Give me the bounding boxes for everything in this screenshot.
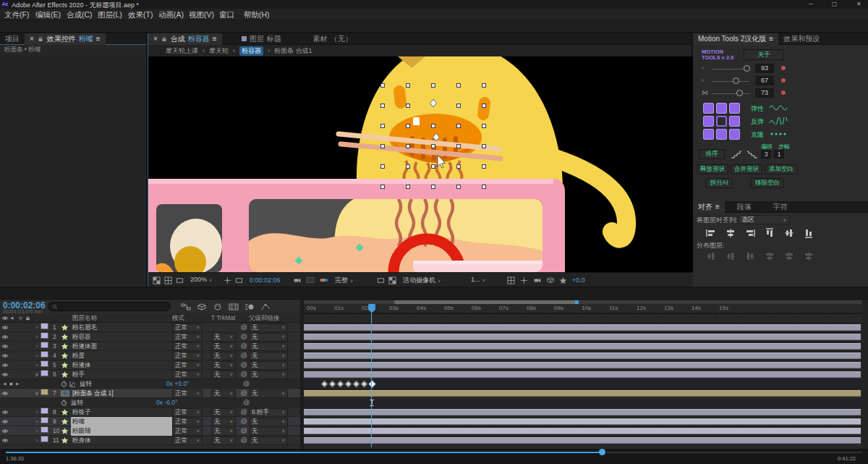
layer-color-swatch[interactable] [41, 323, 48, 329]
layer-row-6[interactable]: ∨ 6 粉手 正常∨ 无∨ @ 无∨ [0, 370, 300, 379]
layer-color-swatch[interactable] [41, 426, 48, 433]
parent-dropdown[interactable]: 无∨ [249, 418, 288, 426]
stair-up-icon[interactable] [731, 150, 742, 159]
pickwhip-icon[interactable]: @ [239, 436, 249, 445]
eye-toggle[interactable] [1, 410, 9, 415]
layer-bar-selected[interactable] [304, 418, 861, 425]
layer-row-1[interactable]: › 1 粉右眉毛 正常∨ @ 无∨ [0, 323, 300, 332]
layer-bar[interactable] [304, 343, 861, 350]
distribute-left-icon[interactable] [765, 252, 775, 261]
layer-bar-selected[interactable] [304, 428, 861, 434]
layer-color-swatch[interactable] [41, 370, 48, 376]
distribute-center-v-icon[interactable] [726, 251, 735, 261]
pickwhip-icon[interactable]: @ [239, 342, 249, 351]
ease-out-slider[interactable] [712, 81, 749, 82]
expand-arrow[interactable]: › [33, 332, 41, 342]
safe-margins-icon[interactable] [224, 277, 231, 284]
viewer-timecode[interactable]: 0:00:02:06 [250, 277, 281, 284]
ease-out-value[interactable]: 67 [755, 76, 774, 85]
layer-row-2[interactable]: › 2 粉容器 正常∨ 无∨ @ 无∨ [0, 332, 300, 342]
parent-dropdown[interactable]: 无∨ [249, 352, 288, 360]
tab-footage[interactable]: 素材（无） [308, 33, 357, 45]
scrub-handle[interactable] [599, 449, 605, 455]
transparency-grid-icon[interactable] [388, 277, 396, 284]
ease-both-slider-knob[interactable] [736, 90, 743, 96]
clone-dots-icon[interactable] [768, 130, 788, 138]
elastic-wave-icon[interactable] [768, 104, 788, 111]
tab-align[interactable]: 对齐≡ [693, 201, 725, 213]
mask-visibility-icon[interactable] [235, 277, 243, 284]
stair-down-icon[interactable] [746, 150, 758, 159]
panel-menu-icon[interactable]: ≡ [769, 35, 773, 43]
timeline-search-box[interactable] [48, 302, 171, 311]
menu-help[interactable]: 帮助(H) [244, 10, 270, 20]
pickwhip-icon[interactable]: @ [239, 417, 249, 426]
release-shape-button[interactable]: 释放形状 [697, 164, 728, 174]
menu-edit[interactable]: 编辑(E) [35, 10, 61, 20]
parent-dropdown[interactable]: 无∨ [249, 371, 288, 379]
sort-offset-value[interactable]: 3 [761, 150, 771, 159]
trkmat-dropdown[interactable]: 无∨ [211, 436, 236, 445]
trkmat-dropdown[interactable]: 无∨ [211, 418, 236, 426]
sort-stride-value[interactable]: 1 [774, 150, 784, 159]
merge-shape-button[interactable]: 合并形状 [731, 164, 762, 174]
layer-name[interactable]: [粉面条 合成 1] [71, 389, 172, 398]
anchor-point-grid[interactable] [703, 103, 741, 141]
layer-color-swatch[interactable] [41, 417, 48, 423]
graph-icon[interactable] [69, 381, 76, 387]
menu-view[interactable]: 视图(V) [189, 10, 214, 20]
parent-dropdown[interactable]: 无∨ [249, 436, 288, 445]
trkmat-dropdown[interactable]: 无∨ [211, 371, 236, 379]
show-snapshot-icon[interactable] [306, 277, 315, 284]
property-value[interactable]: 0x -6.0° [156, 398, 177, 408]
layer-bar[interactable] [304, 371, 861, 378]
resolution-dropdown[interactable]: 完整∨ [335, 276, 353, 285]
pickwhip-icon[interactable]: @ [239, 426, 249, 436]
align-right-icon[interactable] [745, 229, 755, 237]
menu-composition[interactable]: 合成(C) [67, 10, 93, 20]
blend-mode-dropdown[interactable]: 正常∨ [172, 427, 203, 436]
playhead-head[interactable] [368, 304, 375, 310]
parent-dropdown[interactable]: 无∨ [249, 361, 288, 370]
layer-name[interactable]: 粉手 [71, 370, 172, 379]
trkmat-dropdown[interactable]: 无∨ [211, 342, 236, 351]
distribute-bottom-icon[interactable] [746, 251, 754, 261]
remove-space-button[interactable]: 移除空白 [751, 178, 784, 188]
eye-toggle[interactable] [1, 438, 9, 443]
layer-row-4[interactable]: › 4 粉蛋 正常∨ 无∨ @ 无∨ [0, 351, 300, 360]
layer-bar[interactable] [304, 334, 861, 340]
trkmat-dropdown[interactable]: 无∨ [211, 333, 236, 342]
layer-row-8[interactable]: › 8 粉筷子 正常∨ 无∨ @ 6.粉手∨ [0, 408, 300, 417]
breadcrumb-item[interactable]: 粉面条 合成1 [274, 46, 312, 56]
expand-arrow[interactable]: › [33, 426, 41, 436]
layer-color-swatch[interactable] [41, 351, 48, 358]
composition-viewer[interactable] [148, 56, 694, 272]
layer-row-3[interactable]: › 3 粉液体面 正常∨ 无∨ @ 无∨ [0, 342, 300, 351]
layer-bar[interactable] [304, 362, 861, 368]
layer-color-swatch[interactable] [41, 436, 48, 442]
menu-file[interactable]: 文件(F) [4, 10, 29, 20]
menu-window[interactable]: 窗口 [219, 10, 234, 20]
menu-layer[interactable]: 图层(L) [98, 10, 122, 20]
eye-toggle[interactable] [1, 363, 9, 368]
stopwatch-icon[interactable] [61, 381, 67, 387]
pickwhip-icon[interactable]: @ [239, 351, 249, 360]
about-button[interactable]: 关于 [744, 49, 784, 60]
keyframe-current-icon[interactable]: ◆ [9, 379, 13, 389]
maximize-button[interactable]: ▢ [832, 1, 838, 7]
layer-name[interactable]: 粉眼睛 [71, 426, 172, 436]
parent-dropdown[interactable]: 6.粉手∨ [249, 408, 288, 417]
panel-menu-icon[interactable]: ≡ [715, 203, 720, 211]
pickwhip-icon[interactable]: @ [243, 379, 250, 389]
motion-blur-icon[interactable] [244, 303, 255, 311]
bounce-wave-icon[interactable] [768, 117, 788, 125]
ease-out-slider-knob[interactable] [733, 77, 739, 84]
layer-bar-precomp[interactable] [304, 390, 861, 397]
bounce-label[interactable]: 反弹 [751, 117, 764, 127]
parent-dropdown[interactable]: 无∨ [249, 427, 288, 436]
snapshot-icon[interactable] [293, 277, 302, 284]
ease-in-slider-knob[interactable] [744, 65, 750, 72]
close-icon[interactable]: × [153, 35, 158, 43]
trkmat-dropdown[interactable]: 无∨ [211, 427, 236, 436]
panel-menu-icon[interactable]: ≡ [213, 35, 217, 43]
